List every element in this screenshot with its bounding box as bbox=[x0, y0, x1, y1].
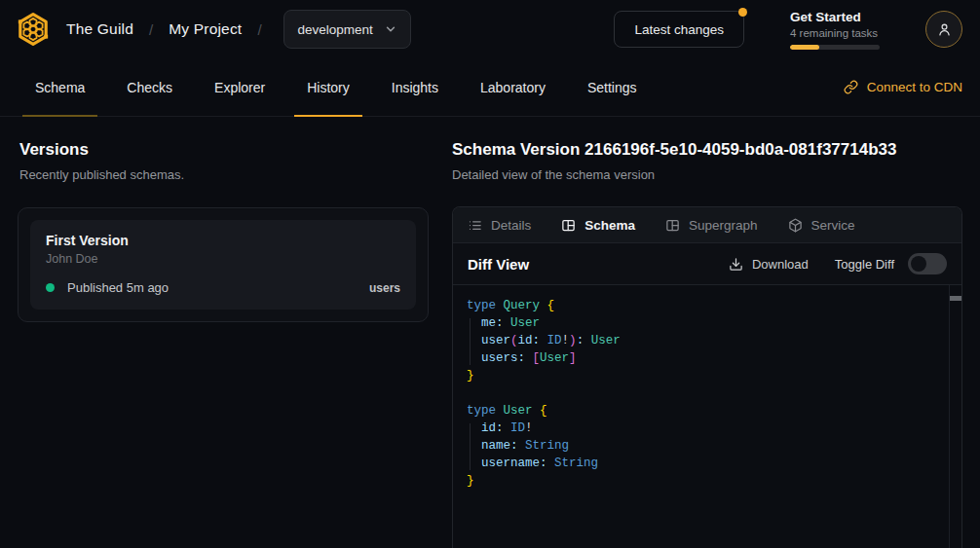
target-dropdown-value: development bbox=[298, 22, 373, 37]
diff-toggle[interactable] bbox=[908, 253, 947, 274]
progress-fill bbox=[790, 45, 819, 50]
tab-details-label: Details bbox=[491, 218, 531, 233]
nav-tab-history[interactable]: History bbox=[294, 58, 362, 116]
tab-schema-label: Schema bbox=[584, 218, 635, 233]
code-content: type Query { me: User user(id: ID!): Use… bbox=[467, 297, 936, 490]
latest-changes-button[interactable]: Latest changes bbox=[614, 11, 744, 48]
detail-tab-bar: Details Schema Supergraph bbox=[453, 207, 961, 243]
tab-service[interactable]: Service bbox=[788, 218, 855, 233]
version-author: John Doe bbox=[46, 252, 400, 266]
published-status-dot bbox=[46, 283, 55, 292]
nav-tab-schema[interactable]: Schema bbox=[22, 58, 97, 116]
main-nav: Schema Checks Explorer History Insights … bbox=[0, 58, 980, 117]
download-label: Download bbox=[752, 257, 809, 272]
nav-tab-explorer[interactable]: Explorer bbox=[202, 58, 278, 116]
versions-title: Versions bbox=[19, 140, 429, 160]
breadcrumb-project[interactable]: My Project bbox=[169, 20, 242, 38]
service-tag: users bbox=[369, 281, 400, 295]
get-started-title: Get Started bbox=[790, 10, 880, 24]
diff-view-title: Diff View bbox=[468, 256, 529, 273]
toggle-diff-label: Toggle Diff bbox=[835, 257, 894, 272]
published-status-text: Published 5m ago bbox=[67, 280, 169, 295]
latest-changes-label: Latest changes bbox=[634, 22, 724, 37]
editor-scrollbar[interactable] bbox=[949, 285, 961, 548]
nav-tab-checks[interactable]: Checks bbox=[114, 58, 185, 116]
indent-guide bbox=[470, 423, 471, 470]
list-icon bbox=[468, 218, 482, 233]
breadcrumb-separator: / bbox=[149, 21, 153, 38]
detail-panel-card: Details Schema Supergraph bbox=[452, 206, 962, 548]
versions-list-card: First Version John Doe Published 5m ago … bbox=[18, 207, 429, 322]
link-icon bbox=[844, 80, 858, 94]
scrollbar-thumb[interactable] bbox=[950, 296, 961, 301]
get-started-progress-track bbox=[790, 45, 880, 50]
tab-details[interactable]: Details bbox=[468, 218, 531, 233]
connect-to-cdn-button[interactable]: Connect to CDN bbox=[844, 58, 962, 116]
breadcrumb-separator: / bbox=[257, 21, 261, 38]
connect-to-cdn-label: Connect to CDN bbox=[867, 80, 962, 94]
schema-code-editor[interactable]: type Query { me: User user(id: ID!): Use… bbox=[453, 285, 961, 548]
tab-schema[interactable]: Schema bbox=[561, 218, 635, 233]
user-avatar[interactable] bbox=[925, 11, 962, 48]
notification-dot bbox=[738, 8, 747, 17]
download-button[interactable]: Download bbox=[729, 257, 809, 272]
columns-icon bbox=[561, 218, 576, 233]
indent-guide bbox=[470, 318, 471, 365]
tab-supergraph-label: Supergraph bbox=[689, 218, 758, 233]
schema-version-detail: Schema Version 2166196f-5e10-4059-bd0a-0… bbox=[452, 140, 962, 548]
guild-logo-icon[interactable] bbox=[16, 12, 51, 47]
nav-tab-laboratory[interactable]: Laboratory bbox=[468, 58, 558, 116]
version-name: First Version bbox=[46, 233, 400, 248]
cube-icon bbox=[788, 218, 803, 233]
person-icon bbox=[936, 21, 953, 38]
chevron-down-icon bbox=[385, 23, 396, 35]
target-dropdown[interactable]: development bbox=[283, 10, 411, 49]
versions-panel: Versions Recently published schemas. Fir… bbox=[19, 140, 429, 322]
breadcrumb-org[interactable]: The Guild bbox=[66, 20, 133, 38]
toggle-knob bbox=[911, 256, 926, 272]
get-started-widget[interactable]: Get Started 4 remaining tasks bbox=[790, 10, 880, 50]
detail-subtitle: Detailed view of the schema version bbox=[452, 167, 962, 182]
tab-service-label: Service bbox=[811, 218, 855, 233]
columns-icon bbox=[665, 218, 680, 233]
tab-supergraph[interactable]: Supergraph bbox=[665, 218, 758, 233]
download-icon bbox=[729, 257, 743, 272]
version-list-item[interactable]: First Version John Doe Published 5m ago … bbox=[30, 220, 416, 310]
diff-toolbar: Diff View Download Toggle Diff bbox=[453, 243, 961, 285]
nav-tab-settings[interactable]: Settings bbox=[575, 58, 650, 116]
nav-tab-insights[interactable]: Insights bbox=[379, 58, 451, 116]
top-bar: The Guild / My Project / development Lat… bbox=[0, 0, 980, 58]
get-started-subtitle: 4 remaining tasks bbox=[790, 27, 880, 39]
detail-title: Schema Version 2166196f-5e10-4059-bd0a-0… bbox=[452, 140, 962, 160]
versions-subtitle: Recently published schemas. bbox=[19, 167, 429, 182]
